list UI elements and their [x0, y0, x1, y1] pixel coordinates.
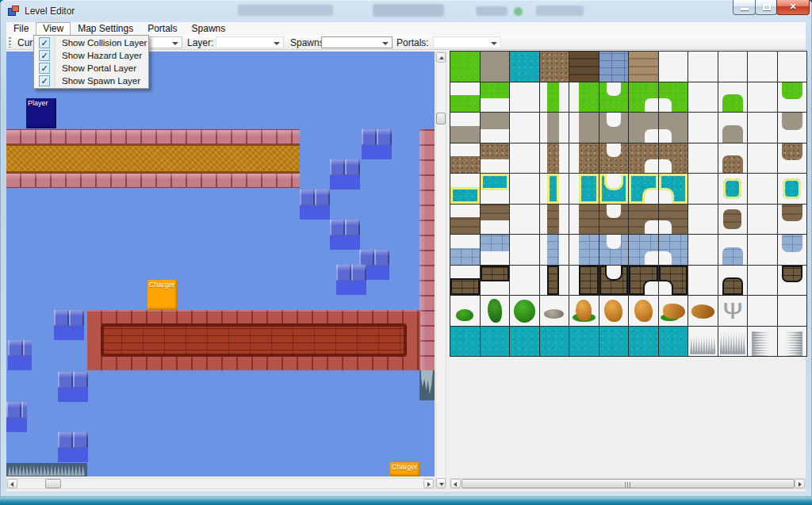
scroll-left-button[interactable] [450, 479, 461, 488]
tile-wood-notch-t[interactable] [599, 205, 629, 235]
layer-combobox[interactable] [216, 36, 284, 48]
tile-watery-r[interactable] [569, 174, 599, 204]
tile-wood-notch-bl[interactable] [659, 205, 688, 235]
tile-water-full[interactable] [659, 327, 688, 357]
tile-spikes-left[interactable] [778, 327, 807, 357]
tile-watery-notch-bl[interactable] [659, 174, 688, 204]
menu-item-show-hazard-layer[interactable]: ✓Show Hazard Layer [34, 49, 148, 62]
tile-gravel-blob-t[interactable] [778, 143, 807, 174]
tile-empty[interactable] [688, 266, 718, 296]
tile-water-full[interactable] [540, 327, 569, 357]
tile-bstone-blob-b[interactable] [718, 235, 748, 265]
menu-spawns[interactable]: Spawns [185, 22, 233, 35]
tile-empty[interactable] [510, 82, 539, 113]
tile-empty[interactable] [688, 174, 718, 204]
tile-spikes-right[interactable] [748, 327, 777, 357]
spawns-combobox[interactable] [321, 36, 393, 48]
tile-dwood-full[interactable] [569, 52, 599, 82]
tile-empty[interactable] [510, 143, 539, 174]
menu-item-show-spawn-layer[interactable]: ✓Show Spawn Layer [34, 75, 148, 87]
tile-tan-notch-t[interactable] [599, 113, 629, 143]
tile-empty[interactable] [688, 205, 718, 235]
map-block-blue[interactable] [300, 189, 330, 220]
tile-gravel-r[interactable] [569, 143, 599, 174]
tile-dbrick-vs[interactable] [540, 266, 569, 296]
tile-water-full[interactable] [569, 327, 599, 357]
tile-empty[interactable] [688, 82, 718, 113]
tile-rock-grass[interactable] [569, 296, 599, 326]
tile-bstone-notch-t[interactable] [599, 235, 629, 265]
tile-bstone-notch-br[interactable] [629, 235, 658, 265]
map-block-blue[interactable] [58, 372, 88, 402]
tile-wood-vs[interactable] [540, 205, 569, 235]
map-block-charger[interactable]: Charger [390, 462, 420, 476]
tile-watery-b[interactable] [450, 174, 480, 204]
portals-combobox[interactable] [433, 36, 501, 48]
tile-watery-blob[interactable] [718, 174, 748, 204]
tile-wood-notch-br[interactable] [629, 205, 658, 235]
tile-watery-vs[interactable] [540, 174, 569, 204]
tile-gravel-notch-br[interactable] [629, 143, 658, 174]
tile-grass-t[interactable] [481, 82, 510, 113]
tile-grass-notch-bl[interactable] [659, 82, 688, 113]
tile-empty[interactable] [659, 52, 688, 82]
tile-empty[interactable] [718, 52, 748, 82]
tile-empty[interactable] [510, 235, 539, 265]
tile-empty[interactable] [510, 113, 539, 143]
tile-grass-b[interactable] [450, 82, 480, 113]
map-horizontal-scrollbar[interactable] [6, 478, 435, 489]
tile-empty[interactable] [510, 174, 539, 204]
scroll-right-button[interactable] [795, 479, 805, 488]
tile-tan-notch-bl[interactable] [659, 113, 688, 143]
menu-map-settings[interactable]: Map Settings [71, 22, 140, 35]
tile-watery-notch-br[interactable] [629, 174, 658, 204]
tile-dbrick-notch-bl[interactable] [659, 266, 688, 296]
tile-empty[interactable] [748, 205, 777, 235]
tile-bstone-vs[interactable] [540, 235, 569, 265]
tile-tan-t[interactable] [481, 113, 510, 143]
tile-empty[interactable] [688, 235, 718, 265]
tile-tan-blob-t[interactable] [778, 113, 807, 143]
tile-gravel-full[interactable] [540, 52, 569, 82]
tile-empty[interactable] [688, 143, 718, 174]
tile-gravel-notch-bl[interactable] [659, 143, 688, 174]
tile-water-full[interactable] [510, 327, 539, 357]
tile-empty[interactable] [748, 113, 777, 143]
map-block-pink-row[interactable] [6, 129, 300, 144]
tile-dbrick-blob-b[interactable] [718, 266, 748, 296]
menu-item-show-portal-layer[interactable]: ✓Show Portal Layer [34, 62, 148, 75]
tile-wood-blob[interactable] [718, 205, 748, 235]
tile-dbrick-t[interactable] [481, 266, 510, 296]
tile-gravel-vs[interactable] [540, 143, 569, 174]
maximize-button[interactable] [755, 0, 777, 15]
tile-grass-blob-b[interactable] [718, 82, 748, 113]
tile-plant[interactable] [481, 296, 510, 326]
tile-empty[interactable] [778, 52, 807, 82]
tile-empty[interactable] [688, 113, 718, 143]
tile-rocks[interactable] [540, 296, 569, 326]
tile-spikes-up2[interactable] [718, 327, 748, 357]
tile-wood-blob-t[interactable] [778, 205, 807, 235]
map-block-icicle[interactable] [419, 370, 435, 400]
map-block-blue[interactable] [58, 432, 88, 462]
map-block-charger[interactable]: Charger [147, 280, 178, 310]
map-block-blue[interactable] [330, 159, 360, 189]
tile-bstone-r[interactable] [569, 235, 599, 265]
tile-tan-vs[interactable] [540, 113, 569, 143]
tile-gravel-blob-b[interactable] [718, 143, 748, 174]
tile-empty[interactable] [748, 143, 777, 174]
tile-tree[interactable] [718, 296, 748, 326]
menu-file[interactable]: File [6, 22, 36, 35]
tile-tan-blob-b[interactable] [718, 113, 748, 143]
tile-bbrick-full[interactable] [599, 52, 629, 82]
tile-water-full[interactable] [629, 327, 658, 357]
map-block-platform[interactable] [87, 310, 420, 370]
menu-view[interactable]: View [36, 22, 71, 35]
tile-bstone-notch-bl[interactable] [659, 235, 688, 265]
scroll-down-button[interactable] [436, 478, 446, 488]
tile-bush-s[interactable] [450, 296, 480, 326]
tile-bush[interactable] [510, 296, 539, 326]
tile-bstone-b[interactable] [450, 235, 480, 265]
tile-empty[interactable] [748, 266, 777, 296]
tile-grass-r[interactable] [569, 82, 599, 113]
